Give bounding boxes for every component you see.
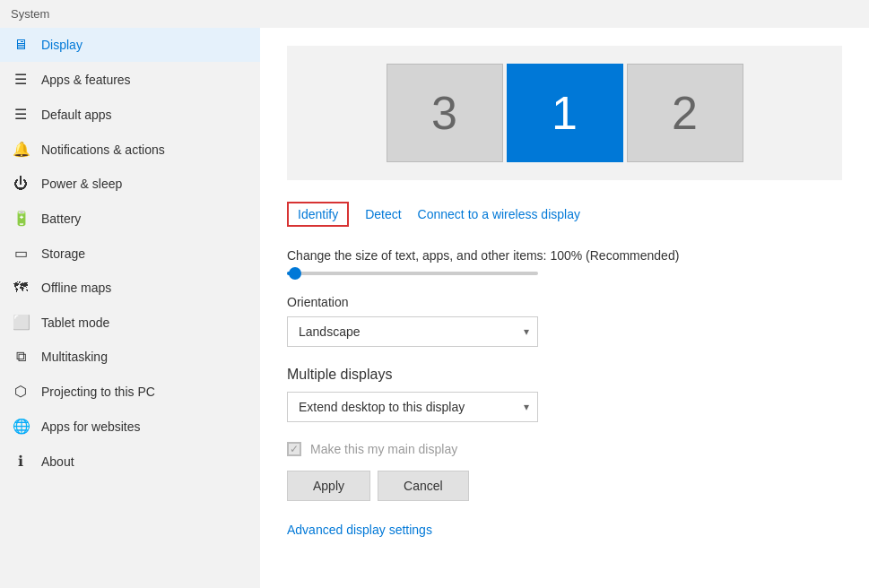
apps-websites-icon: 🌐 (13, 418, 29, 435)
power-sleep-icon: ⏻ (13, 176, 29, 192)
sidebar-item-storage[interactable]: ▭Storage (0, 236, 260, 271)
monitor-1[interactable]: 1 (507, 64, 623, 162)
sidebar-label-display: Display (41, 38, 83, 52)
title-bar: System (0, 0, 869, 28)
multiple-displays-section: Multiple displays Extend desktop to this… (287, 367, 842, 422)
sidebar-item-tablet-mode[interactable]: ⬜Tablet mode (0, 305, 260, 340)
sidebar-label-offline-maps: Offline maps (41, 281, 111, 295)
scale-slider-thumb[interactable] (289, 267, 301, 280)
advanced-display-link[interactable]: Advanced display settings (287, 523, 432, 537)
sidebar-item-display[interactable]: 🖥Display (0, 28, 260, 62)
apps-features-icon: ☰ (13, 71, 29, 88)
detect-link[interactable]: Detect (365, 207, 401, 221)
main-display-checkbox[interactable]: ✓ (287, 442, 301, 456)
sidebar-item-multitasking[interactable]: ⧉Multitasking (0, 340, 260, 374)
multiple-displays-select[interactable]: Extend desktop to this displayDuplicate … (287, 392, 538, 422)
sidebar-item-offline-maps[interactable]: 🗺Offline maps (0, 271, 260, 305)
multiple-displays-label: Multiple displays (287, 367, 842, 383)
scale-label: Change the size of text, apps, and other… (287, 248, 842, 263)
button-row: Apply Cancel (287, 471, 842, 501)
connect-wireless-link[interactable]: Connect to a wireless display (418, 207, 580, 221)
main-display-label: Make this my main display (310, 442, 457, 456)
storage-icon: ▭ (13, 245, 29, 262)
sidebar-label-apps-websites: Apps for websites (41, 419, 141, 434)
sidebar-item-apps-websites[interactable]: 🌐Apps for websites (0, 409, 260, 444)
identify-link[interactable]: Identify (287, 202, 349, 227)
sidebar-label-default-apps: Default apps (41, 108, 112, 122)
default-apps-icon: ☰ (13, 106, 29, 123)
sidebar-label-projecting: Projecting to this PC (41, 385, 155, 399)
monitor-area: 312 (287, 46, 842, 180)
sidebar-label-about: About (41, 454, 74, 469)
notifications-icon: 🔔 (13, 141, 29, 158)
sidebar-item-notifications[interactable]: 🔔Notifications & actions (0, 132, 260, 167)
action-links: Identify Detect Connect to a wireless di… (287, 202, 842, 227)
sidebar: 🖥Display☰Apps & features☰Default apps🔔No… (0, 28, 260, 588)
multiple-displays-dropdown-wrapper: Extend desktop to this displayDuplicate … (287, 392, 538, 422)
sidebar-label-tablet-mode: Tablet mode (41, 316, 109, 330)
apply-button[interactable]: Apply (287, 471, 370, 501)
scale-section: Change the size of text, apps, and other… (287, 248, 842, 275)
content-area: 312 Identify Detect Connect to a wireles… (260, 28, 869, 588)
about-icon: ℹ (13, 453, 29, 470)
multitasking-icon: ⧉ (13, 349, 29, 365)
orientation-dropdown-wrapper: LandscapePortraitLandscape (flipped)Port… (287, 316, 538, 347)
orientation-section: Orientation LandscapePortraitLandscape (… (287, 295, 842, 347)
checkbox-check-icon: ✓ (290, 443, 299, 455)
sidebar-label-storage: Storage (41, 246, 85, 261)
title-text: System (11, 7, 49, 21)
sidebar-label-multitasking: Multitasking (41, 350, 108, 364)
monitor-2[interactable]: 2 (627, 64, 743, 162)
tablet-mode-icon: ⬜ (13, 314, 29, 331)
main-display-row: ✓ Make this my main display (287, 442, 842, 456)
sidebar-label-notifications: Notifications & actions (41, 143, 165, 157)
sidebar-label-power-sleep: Power & sleep (41, 177, 122, 191)
display-icon: 🖥 (13, 37, 29, 53)
orientation-select[interactable]: LandscapePortraitLandscape (flipped)Port… (287, 316, 538, 347)
sidebar-item-about[interactable]: ℹAbout (0, 444, 260, 479)
sidebar-item-default-apps[interactable]: ☰Default apps (0, 97, 260, 132)
sidebar-label-battery: Battery (41, 212, 81, 226)
monitor-3[interactable]: 3 (387, 64, 503, 162)
cancel-button[interactable]: Cancel (378, 471, 469, 501)
sidebar-item-power-sleep[interactable]: ⏻Power & sleep (0, 167, 260, 201)
sidebar-item-apps-features[interactable]: ☰Apps & features (0, 62, 260, 97)
sidebar-item-projecting[interactable]: ⬡Projecting to this PC (0, 374, 260, 409)
orientation-label: Orientation (287, 295, 842, 309)
offline-maps-icon: 🗺 (13, 280, 29, 296)
scale-slider-track[interactable] (287, 272, 538, 275)
battery-icon: 🔋 (13, 210, 29, 227)
sidebar-label-apps-features: Apps & features (41, 73, 131, 87)
sidebar-item-battery[interactable]: 🔋Battery (0, 201, 260, 236)
projecting-icon: ⬡ (13, 383, 29, 400)
